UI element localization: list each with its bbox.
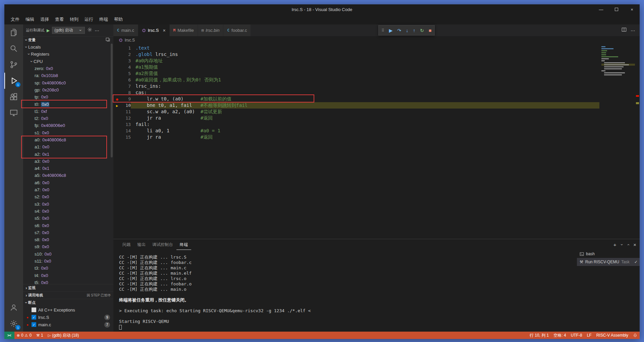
configure-gear-icon[interactable] <box>87 27 92 33</box>
terminal-list-item-bash[interactable]: bash <box>577 250 640 258</box>
stop-button[interactable]: ■ <box>429 28 431 33</box>
gutter-margin[interactable] <box>113 58 121 64</box>
menu-item-转到[interactable]: 转到 <box>67 16 82 23</box>
register-t4[interactable]: t4:0x0 <box>23 272 113 279</box>
continue-button[interactable]: ▶ <box>389 28 393 33</box>
indentation[interactable]: 空格: 4 <box>551 332 568 339</box>
problems-status[interactable]: ⊗ 0 ⚠ 0 <box>14 332 34 339</box>
close-tab-icon[interactable]: × <box>163 28 165 33</box>
gutter-margin[interactable]: ▶ <box>113 102 121 109</box>
register-s4[interactable]: s4:0x0 <box>23 208 113 215</box>
debug-session-status[interactable]: ▷ (gdb) 启动 (18) <box>46 332 82 339</box>
register-s10[interactable]: s10:0x0 <box>23 251 113 258</box>
step-over-button[interactable]: ↷ <box>397 28 401 33</box>
register-a7[interactable]: a7:0x0 <box>23 186 113 193</box>
settings-gear-icon[interactable]: 1 <box>4 316 23 332</box>
breakpoints-section-header[interactable]: › 断点 <box>23 299 113 306</box>
register-t2[interactable]: t2:0x0 <box>23 115 113 122</box>
step-into-button[interactable]: ↓ <box>406 28 408 33</box>
register-s11[interactable]: s11:0x0 <box>23 258 113 265</box>
register-a2[interactable]: a2:0x1 <box>23 150 113 157</box>
gutter-margin[interactable] <box>113 45 121 51</box>
register-t1[interactable]: t1:0xf <box>23 108 113 115</box>
gutter-margin[interactable] <box>113 134 121 140</box>
register-s7[interactable]: s7:0x0 <box>23 229 113 236</box>
gutter-margin[interactable] <box>113 128 121 134</box>
code-line-2[interactable]: 2.globl lrsc_ins <box>113 51 599 58</box>
encoding[interactable]: UTF-8 <box>569 332 585 339</box>
code-line-7[interactable]: 7lrsc_ins: <box>113 83 599 89</box>
menu-item-帮助[interactable]: 帮助 <box>111 16 126 23</box>
tree-group-Registers[interactable]: ›Registers <box>23 51 113 58</box>
register-zero[interactable]: zero:0x0 <box>23 65 113 72</box>
gutter-margin[interactable] <box>113 109 121 115</box>
variables-section-header[interactable]: › 变量 <box>23 36 113 44</box>
code-line-10[interactable]: ▶10 bne t0, a1, fail #不相等则跳转到fail <box>113 102 599 109</box>
split-editor-icon[interactable] <box>622 27 627 33</box>
gutter-margin[interactable] <box>113 115 121 121</box>
gutter-margin[interactable] <box>113 83 121 89</box>
run-and-debug-icon[interactable]: 1 <box>4 73 23 89</box>
tab-main.c[interactable]: Cmain.c <box>113 24 138 36</box>
register-t3[interactable]: t3:0x0 <box>23 265 113 272</box>
start-debug-icon[interactable]: ▶ <box>47 28 50 33</box>
breakpoint-item-lrsc.S[interactable]: ●✓lrsc.S9 <box>23 314 113 321</box>
call-stack-section-header[interactable]: › 调用堆栈 因 STEP 已暂停 <box>23 291 113 299</box>
register-t0[interactable]: t0:0x0 <box>23 100 113 108</box>
terminal-list-item-Run RISCV-QEMU[interactable]: ⚒Run RISCV-QEMUTask✓ <box>577 258 640 266</box>
breakpoint-checkbox[interactable]: ✓ <box>32 307 36 312</box>
maximize-panel-icon[interactable]: › <box>626 244 631 245</box>
minimize-button[interactable]: — <box>593 4 609 14</box>
tree-group-Locals[interactable]: ›Locals <box>23 44 113 51</box>
tab-lrsc.S[interactable]: lrsc.S× <box>138 24 170 36</box>
register-sp[interactable]: sp:0x408006c0 <box>23 79 113 86</box>
terminal-dropdown-icon[interactable]: › <box>619 244 624 245</box>
close-button[interactable]: × <box>624 4 640 14</box>
gutter-margin[interactable] <box>113 89 121 96</box>
account-icon[interactable] <box>4 299 23 316</box>
remote-explorer-icon[interactable] <box>4 105 23 121</box>
breakpoint-item-All C++ Exceptions[interactable]: ✓All C++ Exceptions <box>23 306 113 314</box>
drag-grip-icon[interactable]: ⠿ <box>381 28 384 33</box>
gutter-margin[interactable] <box>113 77 121 83</box>
panel-tab-输出[interactable]: 输出 <box>134 239 149 250</box>
gutter-margin[interactable] <box>113 70 121 77</box>
register-a6[interactable]: a6:0x0 <box>23 179 113 186</box>
code-editor[interactable]: 1.text2.globl lrsc_ins3#a0内存地址4#a1预期值5#a… <box>113 44 640 239</box>
code-line-3[interactable]: 3#a0内存地址 <box>113 58 599 64</box>
remote-indicator[interactable]: >< <box>4 332 14 339</box>
eol-sequence[interactable]: LF <box>585 332 594 339</box>
register-a5[interactable]: a5:0x408006c8 <box>23 172 113 179</box>
panel-tab-调试控制台[interactable]: 调试控制台 <box>149 239 176 250</box>
code-line-1[interactable]: 1.text <box>113 45 599 51</box>
breakpoint-checkbox[interactable]: ✓ <box>32 315 36 320</box>
sidebar-scrollbar[interactable] <box>111 44 113 157</box>
menu-item-选择[interactable]: 选择 <box>37 16 52 23</box>
running-tasks-status[interactable]: ⚒ 1 <box>34 332 46 339</box>
source-control-icon[interactable] <box>4 57 23 73</box>
notifications-bell[interactable] <box>631 332 640 339</box>
register-tp[interactable]: tp:0x0 <box>23 93 113 100</box>
gutter-margin[interactable]: ● <box>113 96 121 102</box>
register-s2[interactable]: s2:0x0 <box>23 193 113 200</box>
explorer-icon[interactable] <box>4 24 23 41</box>
launch-config-dropdown[interactable]: (gdb) 启动 › <box>52 27 85 34</box>
register-a1[interactable]: a1:0x0 <box>23 143 113 150</box>
code-line-11[interactable]: 11 sc.w a0, a2, (a0) #尝试更新 <box>113 109 599 115</box>
menu-item-运行[interactable]: 运行 <box>82 16 96 23</box>
step-out-button[interactable]: ↑ <box>413 28 415 33</box>
breakpoint-icon[interactable]: ● <box>116 97 118 101</box>
menu-item-查看[interactable]: 查看 <box>52 16 67 23</box>
register-a4[interactable]: a4:0x1 <box>23 165 113 172</box>
register-s5[interactable]: s5:0x0 <box>23 215 113 222</box>
register-a0[interactable]: a0:0x408006c8 <box>23 136 113 143</box>
register-s6[interactable]: s6:0x0 <box>23 222 113 229</box>
open-panel-icon[interactable] <box>106 38 110 43</box>
tab-lrsc.bin[interactable]: ▤lrsc.bin <box>198 24 224 36</box>
gutter-margin[interactable] <box>113 64 121 70</box>
register-ra[interactable]: ra:0x101b8 <box>23 72 113 79</box>
menu-item-文件[interactable]: 文件 <box>8 16 22 23</box>
register-s8[interactable]: s8:0x0 <box>23 236 113 243</box>
gutter-margin[interactable] <box>113 51 121 58</box>
code-line-9[interactable]: ●9 lr.w t0, (a0) #加载以前的值 <box>113 96 599 102</box>
